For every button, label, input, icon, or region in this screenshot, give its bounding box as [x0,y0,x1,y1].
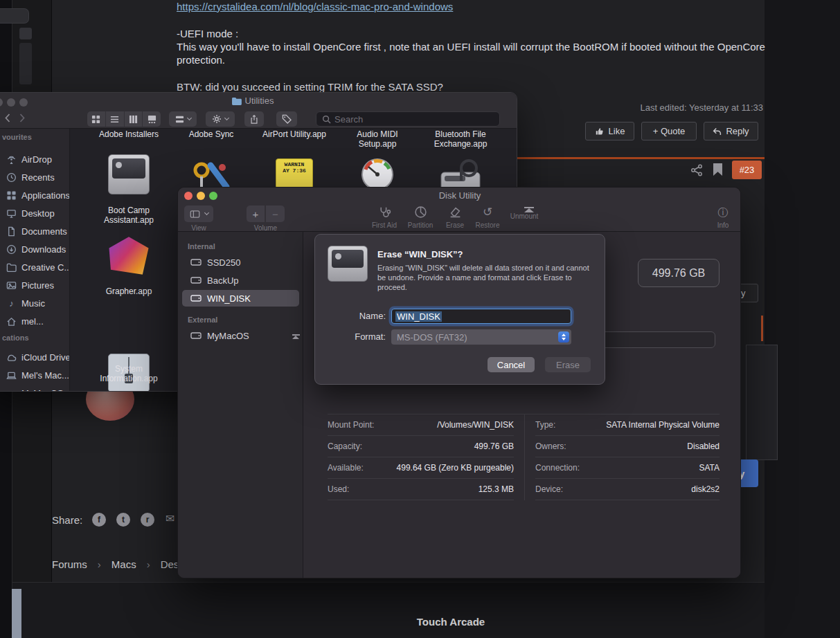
add-volume-button[interactable]: + [247,206,265,222]
detail-label: Connection: [535,463,580,473]
email-icon[interactable]: ✉ [166,512,175,525]
info-button[interactable]: ⓘ Info [704,206,741,229]
first-aid-button[interactable]: First Aid [365,206,404,229]
breadcrumb-forums[interactable]: Forums [52,558,87,570]
detail-label: Type: [535,420,555,430]
dropdown-stepper-icon [558,331,569,343]
format-dropdown[interactable]: MS-DOS (FAT32) [391,329,571,345]
file-label-grapher[interactable]: Grapher.app [87,286,170,296]
column-view-button[interactable] [125,111,143,127]
disk-utility-titlebar[interactable]: Disk Utility View + − Volume First Aid P… [178,188,741,232]
sidebar-label: AirDrop [21,154,52,165]
partition-label: Partition [408,221,434,229]
breadcrumb-macs[interactable]: Macs [111,558,136,570]
detail-label: Mount Point: [328,420,374,430]
bookmark-icon[interactable] [713,163,722,176]
sidebar-item-recents[interactable]: Recents [0,169,70,185]
unmount-button[interactable]: Unmount [505,206,544,220]
share-button[interactable] [244,111,264,127]
view-button[interactable] [184,206,213,222]
sidebar-item-creative-cloud[interactable]: Creative C... [0,259,70,275]
reply-button[interactable]: Reply [704,122,758,140]
share-post-icon[interactable] [690,164,703,176]
sidebar-item-mymacos[interactable]: MyMacOS [0,385,70,392]
partition-button[interactable]: Partition [401,206,440,229]
gallery-view-button[interactable] [143,111,161,127]
sidebar-label: Music [21,298,45,309]
sidebar-volume-mymacos[interactable]: MyMacOS [182,327,299,344]
cancel-button[interactable]: Cancel [488,357,535,372]
volume-label: SSD250 [207,257,240,268]
file-label-system-information[interactable]: System Information.app [97,364,161,383]
background-button-fragment [19,28,32,39]
group-by-button[interactable] [169,111,197,127]
detail-row: Device:disk2s2 [535,479,720,500]
restore-button[interactable]: ↺ Restore [468,206,507,229]
internal-drive-icon [328,246,368,282]
back-button[interactable] [3,113,11,123]
details-left-column: Mount Point:/Volumes/WIN_DISK Capacity:4… [328,414,524,500]
tag-button[interactable] [276,111,297,127]
sidebar-item-mac[interactable]: Mel's Mac... [0,367,70,383]
sidebar-item-documents[interactable]: Documents [0,223,70,239]
sidebar-item-music[interactable]: ♪ Music [0,295,70,311]
detail-value: disk2s2 [691,484,720,494]
action-menu-button[interactable] [206,111,235,127]
first-aid-label: First Aid [372,221,397,229]
sidebar-item-home[interactable]: mel... [0,313,70,329]
sidebar-item-desktop[interactable]: Desktop [0,205,70,221]
volume-label: Volume [247,224,285,232]
post-number-badge[interactable]: #23 [732,161,762,179]
name-field[interactable]: WIN_DISK [391,309,571,324]
sidebar-item-airdrop[interactable]: AirDrop [0,151,70,167]
volume-label: MyMacOS [207,331,249,341]
page-footer: Touch Arcade [12,582,765,638]
quote-button[interactable]: + Quote [641,122,697,140]
footer-title[interactable]: Touch Arcade [382,616,520,628]
background-fragment-box [12,589,21,638]
facebook-icon[interactable]: f [92,513,106,527]
sidebar-volume-ssd250[interactable]: SSD250 [182,254,299,271]
boot-camp-app-icon[interactable] [108,154,150,194]
sidebar-item-downloads[interactable]: Downloads [0,241,70,257]
detail-label: Used: [328,484,349,494]
finder-titlebar[interactable]: Utilities [0,93,517,129]
erase-confirm-button[interactable]: Erase [545,357,591,372]
grapher-app-icon[interactable] [107,236,150,276]
forward-button[interactable] [19,113,26,123]
icon-view-button[interactable] [87,111,106,127]
sidebar-item-applications[interactable]: Applications [0,187,70,203]
sidebar-item-icloud[interactable]: iCloud Drive [0,349,70,365]
remove-volume-button[interactable]: − [266,206,285,222]
volume-label: BackUp [207,275,239,286]
file-label-airport-utility[interactable]: AirPort Utility.app [253,129,336,139]
external-header: External [188,316,217,324]
detail-row: Type:SATA Internal Physical Volume [535,414,720,436]
disk-utility-window: Disk Utility View + − Volume First Aid P… [177,187,741,578]
sidebar-label: mel... [21,316,44,327]
file-label-boot-camp[interactable]: Boot Camp Assistant.app [100,206,158,225]
detail-label: Available: [328,463,364,473]
sidebar-item-pictures[interactable]: Pictures [0,277,70,293]
reddit-icon[interactable]: r [141,513,154,527]
restore-icon: ↺ [483,206,492,219]
file-label-bluetooth[interactable]: Bluetooth File Exchange.app [427,129,494,149]
post-link[interactable]: https://crystalidea.com/nl/blog/classic-… [177,1,453,12]
info-label: Info [717,221,729,229]
twitter-icon[interactable]: t [116,513,130,527]
details-right-column: Type:SATA Internal Physical Volume Owner… [524,414,720,500]
thumbs-up-icon [595,127,605,136]
file-label-adobe-installers[interactable]: Adobe Installers [87,129,170,139]
search-input[interactable] [334,114,494,125]
search-field[interactable] [316,111,500,127]
warning-app-icon[interactable]: WARNIN AY 7:36 [276,158,313,189]
list-view-button[interactable] [106,111,125,127]
like-button[interactable]: Like [585,122,634,140]
file-label-adobe-sync[interactable]: Adobe Sync [170,129,253,139]
downloads-icon [6,244,17,255]
detail-value: 125.3 MB [479,484,514,494]
sidebar-volume-backup[interactable]: BackUp [182,272,299,289]
sidebar-volume-win-disk-selected[interactable]: WIN_DISK [182,290,299,307]
laptop-icon [6,370,17,381]
file-label-audio-midi[interactable]: Audio MIDI Setup.app [348,129,406,149]
